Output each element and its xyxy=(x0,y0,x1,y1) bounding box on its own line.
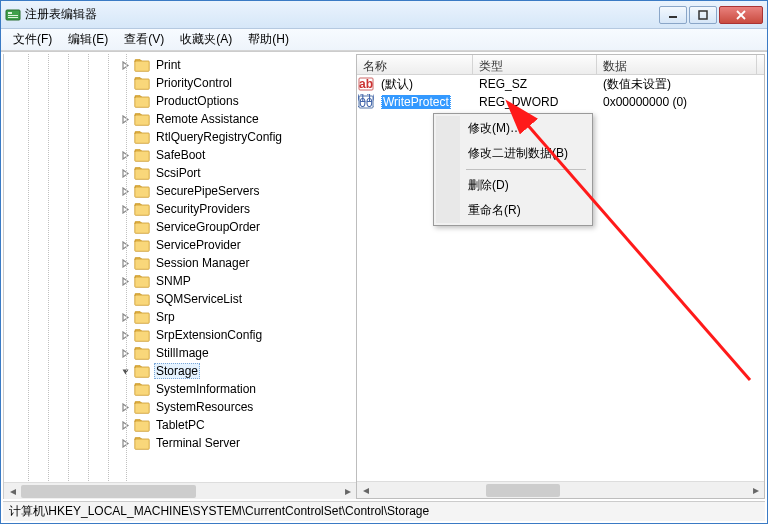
tree-node[interactable]: Print xyxy=(4,56,356,74)
scroll-left-icon[interactable]: ◂ xyxy=(4,483,21,500)
svg-rect-1 xyxy=(8,12,12,14)
folder-icon xyxy=(134,347,150,360)
menu-edit[interactable]: 编辑(E) xyxy=(60,29,116,50)
tree-node[interactable]: Storage xyxy=(4,362,356,380)
tree-node[interactable]: ScsiPort xyxy=(4,164,356,182)
tree-h-scrollbar[interactable]: ◂ ▸ xyxy=(4,482,356,499)
menu-favorites[interactable]: 收藏夹(A) xyxy=(172,29,240,50)
tree-node[interactable]: Session Manager xyxy=(4,254,356,272)
list-h-scrollbar[interactable]: ◂ ▸ xyxy=(357,481,764,498)
tree-node[interactable]: TabletPC xyxy=(4,416,356,434)
minimize-button[interactable] xyxy=(659,6,687,24)
tree-node[interactable]: ProductOptions xyxy=(4,92,356,110)
value-data: 0x00000000 (0) xyxy=(597,95,757,109)
tree-node[interactable]: SecurePipeServers xyxy=(4,182,356,200)
value-list-pane[interactable]: 名称 类型 数据 ab(默认)REG_SZ(数值未设置)01101001Writ… xyxy=(357,54,765,499)
app-icon xyxy=(5,7,21,23)
tree-node-label[interactable]: ServiceProvider xyxy=(154,238,243,252)
tree-node[interactable]: SystemResources xyxy=(4,398,356,416)
value-name: WriteProtect xyxy=(375,95,473,109)
menu-modify[interactable]: 修改(M)… xyxy=(436,116,590,141)
tree-node-label[interactable]: SecurityProviders xyxy=(154,202,252,216)
menu-file[interactable]: 文件(F) xyxy=(5,29,60,50)
tree-node[interactable]: ServiceGroupOrder xyxy=(4,218,356,236)
tree-node-label[interactable]: ServiceGroupOrder xyxy=(154,220,262,234)
regedit-window: 注册表编辑器 文件(F) 编辑(E) 查看(V) 收藏夹(A) 帮助(H) Pr… xyxy=(0,0,768,524)
folder-icon xyxy=(134,437,150,450)
tree-node-label[interactable]: Print xyxy=(154,58,183,72)
tree-node-label[interactable]: Srp xyxy=(154,310,177,324)
tree-node[interactable]: SecurityProviders xyxy=(4,200,356,218)
tree-node-label[interactable]: SNMP xyxy=(154,274,193,288)
tree-node-label[interactable]: StillImage xyxy=(154,346,211,360)
tree-node-label[interactable]: SecurePipeServers xyxy=(154,184,261,198)
value-row[interactable]: 01101001WriteProtectREG_DWORD0x00000000 … xyxy=(357,93,764,111)
folder-icon xyxy=(134,293,150,306)
tree-node-label[interactable]: ScsiPort xyxy=(154,166,203,180)
tree-node[interactable]: SQMServiceList xyxy=(4,290,356,308)
tree-node-label[interactable]: SQMServiceList xyxy=(154,292,244,306)
folder-icon xyxy=(134,185,150,198)
tree-node[interactable]: StillImage xyxy=(4,344,356,362)
menu-view[interactable]: 查看(V) xyxy=(116,29,172,50)
titlebar[interactable]: 注册表编辑器 xyxy=(1,1,767,29)
menu-delete[interactable]: 删除(D) xyxy=(436,173,590,198)
menu-help[interactable]: 帮助(H) xyxy=(240,29,297,50)
folder-icon xyxy=(134,221,150,234)
tree-node-label[interactable]: SrpExtensionConfig xyxy=(154,328,264,342)
tree-node-label[interactable]: SystemResources xyxy=(154,400,255,414)
tree-node[interactable]: PriorityControl xyxy=(4,74,356,92)
column-data[interactable]: 数据 xyxy=(597,55,757,74)
tree-node-label[interactable]: RtlQueryRegistryConfig xyxy=(154,130,284,144)
tree-pane[interactable]: PrintPriorityControlProductOptionsRemote… xyxy=(3,54,357,499)
dword-value-icon: 01101001 xyxy=(357,94,375,110)
tree-node[interactable]: SafeBoot xyxy=(4,146,356,164)
string-value-icon: ab xyxy=(357,76,375,92)
tree-node[interactable]: SNMP xyxy=(4,272,356,290)
column-name[interactable]: 名称 xyxy=(357,55,473,74)
tree-node[interactable]: RtlQueryRegistryConfig xyxy=(4,128,356,146)
list-header[interactable]: 名称 类型 数据 xyxy=(357,55,764,75)
folder-icon xyxy=(134,257,150,270)
tree-node-label[interactable]: ProductOptions xyxy=(154,94,241,108)
tree-node-label[interactable]: Storage xyxy=(154,363,200,379)
value-data: (数值未设置) xyxy=(597,76,757,93)
tree-node-label[interactable]: Terminal Server xyxy=(154,436,242,450)
folder-icon xyxy=(134,131,150,144)
svg-rect-3 xyxy=(8,17,18,18)
window-buttons xyxy=(659,6,763,24)
value-row[interactable]: ab(默认)REG_SZ(数值未设置) xyxy=(357,75,764,93)
tree-node[interactable]: SystemInformation xyxy=(4,380,356,398)
tree-node[interactable]: Srp xyxy=(4,308,356,326)
tree-node-label[interactable]: Session Manager xyxy=(154,256,251,270)
scroll-right-icon[interactable]: ▸ xyxy=(747,482,764,499)
tree-node-label[interactable]: TabletPC xyxy=(154,418,207,432)
column-type[interactable]: 类型 xyxy=(473,55,597,74)
folder-icon xyxy=(134,239,150,252)
tree-node-label[interactable]: SafeBoot xyxy=(154,148,207,162)
maximize-button[interactable] xyxy=(689,6,717,24)
tree-node-label[interactable]: Remote Assistance xyxy=(154,112,261,126)
value-type: REG_SZ xyxy=(473,77,597,91)
context-menu: 修改(M)… 修改二进制数据(B) 删除(D) 重命名(R) xyxy=(433,113,593,226)
folder-icon xyxy=(134,419,150,432)
menu-modify-binary[interactable]: 修改二进制数据(B) xyxy=(436,141,590,166)
menu-rename[interactable]: 重命名(R) xyxy=(436,198,590,223)
scroll-left-icon[interactable]: ◂ xyxy=(357,482,374,499)
close-button[interactable] xyxy=(719,6,763,24)
tree-node[interactable]: Terminal Server xyxy=(4,434,356,452)
svg-text:ab: ab xyxy=(359,77,373,91)
client-area: PrintPriorityControlProductOptionsRemote… xyxy=(1,51,767,501)
status-path: 计算机\HKEY_LOCAL_MACHINE\SYSTEM\CurrentCon… xyxy=(9,503,429,520)
tree-node[interactable]: SrpExtensionConfig xyxy=(4,326,356,344)
scroll-right-icon[interactable]: ▸ xyxy=(339,483,356,500)
folder-icon xyxy=(134,365,150,378)
folder-icon xyxy=(134,401,150,414)
folder-icon xyxy=(134,149,150,162)
svg-text:1001: 1001 xyxy=(358,96,374,110)
menubar: 文件(F) 编辑(E) 查看(V) 收藏夹(A) 帮助(H) xyxy=(1,29,767,51)
tree-node[interactable]: ServiceProvider xyxy=(4,236,356,254)
tree-node-label[interactable]: PriorityControl xyxy=(154,76,234,90)
tree-node-label[interactable]: SystemInformation xyxy=(154,382,258,396)
tree-node[interactable]: Remote Assistance xyxy=(4,110,356,128)
